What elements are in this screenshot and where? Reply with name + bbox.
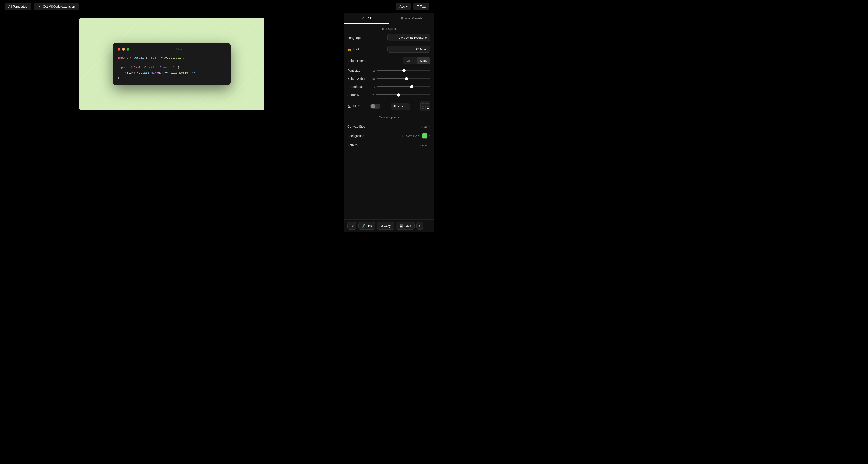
roundness-value: 12	[372, 85, 375, 89]
canvas-size-row[interactable]: Canvas Size Auto ›	[347, 123, 430, 131]
roundness-slider[interactable]	[377, 86, 430, 87]
save-icon: 💾	[399, 224, 403, 227]
font-size-value: 16	[372, 69, 375, 72]
link-icon: 🔗	[362, 224, 365, 227]
tilt-row: 📐 Tilt ? Position ▾	[347, 101, 430, 111]
background-label: Background	[347, 134, 364, 137]
roundness-fill	[377, 86, 412, 87]
font-size-slider[interactable]	[377, 70, 430, 71]
pattern-row[interactable]: Pattern Waves ›	[347, 141, 430, 149]
grid-dot-3	[427, 103, 429, 104]
scale-label: 1x	[350, 224, 353, 227]
expand-button[interactable]: ▾	[416, 222, 423, 229]
save-label: Save	[404, 224, 411, 227]
tilt-knob	[371, 104, 375, 109]
bottom-toolbar: 1x 🔗 Link ⧉ Copy 💾 Save ▾	[344, 219, 434, 232]
edit-icon: ⇄	[362, 16, 364, 20]
tilt-label: 📐 Tilt ?	[347, 104, 360, 108]
position-label: Position	[394, 105, 404, 108]
copy-icon: ⧉	[381, 224, 383, 227]
grid-dot-7	[422, 108, 424, 110]
grid-dot-4	[422, 105, 424, 107]
editor-width-value: 66	[372, 77, 375, 81]
expand-icon: ▾	[419, 224, 421, 227]
font-size-thumb[interactable]	[402, 69, 405, 72]
copy-label: Copy	[384, 224, 391, 227]
roundness-row: Roundness 12	[347, 85, 430, 89]
shadow-value: 2	[372, 93, 374, 97]
theme-light-btn[interactable]: Light	[403, 57, 416, 64]
theme-label: Editor Theme	[347, 59, 372, 63]
chevron-down-icon: ▾	[406, 5, 408, 8]
canvas-size-right: Auto ›	[422, 125, 430, 128]
language-select[interactable]: JavaScript/TypeScript	[388, 34, 430, 41]
dot-yellow	[122, 48, 125, 51]
pattern-right: Waves ›	[418, 143, 430, 147]
lock-icon: 🔒	[347, 48, 351, 51]
theme-dark-btn[interactable]: Dark	[417, 57, 430, 64]
code-window: Untitled import { Detail } from "@raycas…	[113, 43, 230, 85]
shadow-thumb[interactable]	[397, 93, 400, 96]
roundness-thumb[interactable]	[410, 85, 413, 88]
position-button[interactable]: Position ▾	[391, 103, 410, 110]
roundness-label: Roundness	[347, 85, 372, 89]
editor-width-row: Editor Width 66	[347, 77, 430, 81]
vscode-label: Get VSCode extension	[43, 5, 75, 8]
help-icon: ?	[358, 105, 360, 108]
grid-dot-8	[425, 108, 426, 110]
font-size-label: Font size	[347, 69, 372, 72]
topbar-right: Add ▾ T Text	[396, 3, 430, 10]
save-button[interactable]: 💾 Save	[396, 222, 414, 229]
background-right: Custom Color ›	[402, 133, 430, 138]
tab-edit[interactable]: ⇄ Edit	[344, 13, 389, 24]
color-swatch[interactable]	[422, 133, 428, 138]
background-row[interactable]: Background Custom Color ›	[347, 131, 430, 141]
presets-tab-label: Your Presets	[404, 17, 423, 20]
canvas-preview: Untitled import { Detail } from "@raycas…	[79, 18, 265, 110]
panel-tabs: ⇄ Edit ⊞ Your Presets	[344, 13, 434, 24]
canvas-size-chevron: ›	[429, 125, 430, 128]
language-row: Language JavaScript/TypeScript	[347, 34, 430, 41]
window-titlebar: Untitled	[118, 48, 226, 51]
canvas-area: Untitled import { Detail } from "@raycas…	[0, 13, 344, 232]
grid-dot-9	[427, 108, 429, 110]
font-row: 🔒 Font DM Mono	[347, 45, 430, 53]
editor-width-label: Editor Width	[347, 77, 372, 81]
tilt-toggle[interactable]	[370, 103, 380, 109]
panel-body: Editor Options Language JavaScript/TypeS…	[344, 24, 434, 219]
pattern-chevron: ›	[429, 143, 430, 147]
position-grid[interactable]	[421, 101, 430, 111]
tab-presets[interactable]: ⊞ Your Presets	[389, 13, 434, 24]
shadow-label: Shadow	[347, 93, 372, 97]
all-templates-button[interactable]: All Templates	[4, 3, 31, 10]
main-content: Untitled import { Detail } from "@raycas…	[0, 13, 434, 232]
font-size-row: Font size 16	[347, 69, 430, 72]
link-button[interactable]: 🔗 Link	[358, 222, 375, 229]
edit-tab-label: Edit	[366, 16, 371, 20]
traffic-lights	[118, 48, 129, 51]
add-label: Add	[399, 5, 405, 8]
shadow-fill	[376, 94, 399, 95]
font-label: 🔒 Font	[347, 48, 372, 51]
pattern-label: Pattern	[347, 143, 358, 147]
editor-width-thumb[interactable]	[405, 77, 408, 80]
text-label: T Text	[417, 5, 426, 8]
copy-button[interactable]: ⧉ Copy	[377, 222, 394, 229]
font-select[interactable]: DM Mono	[388, 45, 430, 53]
editor-width-fill	[377, 78, 406, 79]
grid-dot-6	[427, 105, 429, 107]
code-content[interactable]: import { Detail } from "@raycast/api"; e…	[118, 55, 226, 80]
scale-button[interactable]: 1x	[347, 222, 356, 229]
vscode-icon: </>	[37, 5, 41, 8]
topbar-left: All Templates </> Get VSCode extension	[4, 3, 79, 10]
font-size-fill	[377, 70, 404, 71]
language-label: Language	[347, 36, 372, 39]
vscode-button[interactable]: </> Get VSCode extension	[34, 3, 79, 10]
theme-toggle[interactable]: Light Dark	[403, 57, 430, 64]
text-button[interactable]: T Text	[413, 3, 430, 10]
canvas-options-label: Canvas options	[347, 116, 430, 119]
editor-width-slider[interactable]	[377, 78, 430, 79]
add-button[interactable]: Add ▾	[396, 3, 411, 10]
shadow-slider[interactable]	[376, 94, 430, 95]
dot-green	[127, 48, 129, 51]
